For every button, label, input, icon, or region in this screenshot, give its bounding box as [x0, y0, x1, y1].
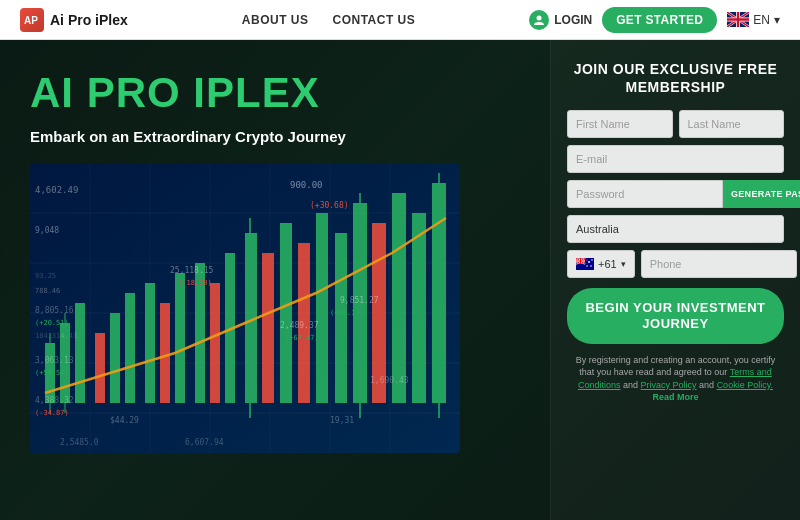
phone-prefix-selector[interactable]: +61 ▾ [567, 250, 635, 278]
svg-text:184,314.43: 184,314.43 [35, 332, 77, 340]
svg-text:9,851.27: 9,851.27 [340, 296, 379, 305]
email-input[interactable] [567, 145, 784, 173]
svg-text:93.25: 93.25 [35, 272, 56, 280]
svg-point-1 [537, 15, 542, 20]
svg-text:(-18.70): (-18.70) [178, 279, 212, 287]
svg-text:(+29.17): (+29.17) [330, 309, 364, 317]
logo[interactable]: AP Ai Pro iPlex [20, 8, 128, 32]
svg-rect-45 [432, 183, 446, 403]
svg-text:6,607.94: 6,607.94 [185, 438, 224, 447]
logo-icon: AP [20, 8, 44, 32]
svg-point-90 [588, 261, 590, 263]
svg-text:4,388.32: 4,388.32 [35, 396, 74, 405]
svg-rect-28 [125, 293, 135, 403]
svg-text:900.00: 900.00 [290, 180, 323, 190]
svg-text:19,31: 19,31 [330, 416, 354, 425]
svg-text:(+67.47): (+67.47) [285, 334, 319, 342]
svg-rect-33 [210, 283, 220, 403]
cookie-link[interactable]: Cookie Policy. [717, 380, 773, 390]
generate-passwords-button[interactable]: GENERATE PASSWORDS [723, 180, 800, 208]
svg-text:2,5485.0: 2,5485.0 [60, 438, 99, 447]
navbar: AP Ai Pro iPlex ABOUT US CONTACT US LOGI… [0, 0, 800, 40]
svg-text:788.46: 788.46 [35, 287, 60, 295]
svg-rect-30 [160, 303, 170, 403]
chevron-down-icon: ▾ [621, 259, 626, 269]
last-name-input[interactable] [679, 110, 785, 138]
svg-text:25,118.15: 25,118.15 [170, 266, 214, 275]
svg-rect-36 [262, 253, 274, 403]
svg-rect-37 [280, 223, 292, 403]
password-row: GENERATE PASSWORDS [567, 180, 784, 208]
svg-rect-31 [175, 273, 185, 403]
svg-rect-40 [335, 233, 347, 403]
svg-text:(+30.68): (+30.68) [310, 201, 349, 210]
navbar-right: LOGIN GET STARTED EN ▾ [529, 7, 780, 33]
phone-row: +61 ▾ [567, 250, 784, 278]
svg-rect-44 [412, 213, 426, 403]
nav-contact-us[interactable]: CONTACT US [332, 13, 415, 27]
main-content: AI PRO IPLEX Embark on an Extraordinary … [0, 40, 800, 520]
svg-text:(+20.51): (+20.51) [35, 319, 69, 327]
password-input[interactable] [567, 180, 723, 208]
lang-label: EN [753, 13, 770, 27]
name-row [567, 110, 784, 138]
svg-text:(-34.87): (-34.87) [35, 409, 69, 417]
email-group [567, 145, 784, 173]
read-more-link[interactable]: Read More [652, 392, 698, 402]
svg-rect-43 [392, 193, 406, 403]
form-title: JOIN OUR EXCLUSIVE FREE MEMBERSHIP [567, 60, 784, 96]
logo-text: Ai Pro iPlex [50, 12, 128, 28]
submit-button[interactable]: BEGIN YOUR INVESTMENT JOURNEY [567, 288, 784, 343]
registration-form: JOIN OUR EXCLUSIVE FREE MEMBERSHIP GENER… [550, 40, 800, 520]
login-icon [529, 10, 549, 30]
australia-flag-icon [576, 258, 594, 270]
svg-rect-25 [75, 303, 85, 403]
hero-title: AI PRO IPLEX [30, 70, 530, 116]
svg-text:1,690.43: 1,690.43 [370, 376, 409, 385]
svg-point-93 [586, 266, 588, 268]
phone-input[interactable] [641, 250, 797, 278]
country-group [567, 215, 784, 243]
login-label: LOGIN [554, 13, 592, 27]
svg-text:2,489.37: 2,489.37 [280, 321, 319, 330]
country-input[interactable] [567, 215, 784, 243]
hero-subtitle: Embark on an Extraordinary Crypto Journe… [30, 128, 530, 145]
svg-point-92 [590, 266, 592, 268]
svg-text:4,602.49: 4,602.49 [35, 185, 78, 195]
nav-links: ABOUT US CONTACT US [242, 13, 415, 27]
svg-rect-26 [95, 333, 105, 403]
flag-icon [727, 12, 749, 27]
svg-rect-29 [145, 283, 155, 403]
svg-text:3,063.13: 3,063.13 [35, 356, 74, 365]
disclaimer-text: By registering and creating an account, … [567, 354, 784, 404]
privacy-link[interactable]: Privacy Policy [641, 380, 697, 390]
language-selector[interactable]: EN ▾ [727, 12, 780, 27]
svg-text:$44.29: $44.29 [110, 416, 139, 425]
nav-about-us[interactable]: ABOUT US [242, 13, 309, 27]
phone-code-label: +61 [598, 258, 617, 270]
first-name-input[interactable] [567, 110, 673, 138]
svg-rect-27 [110, 313, 120, 403]
svg-text:8,805.16: 8,805.16 [35, 306, 74, 315]
svg-point-91 [591, 260, 593, 262]
svg-text:9,048: 9,048 [35, 226, 59, 235]
svg-point-94 [587, 260, 588, 261]
svg-rect-39 [316, 213, 328, 403]
svg-text:(+59.54): (+59.54) [35, 369, 69, 377]
hero-image: 4,602.49 9,048 900.00 (+30.68) 25,118.15… [30, 163, 460, 453]
hero-section: AI PRO IPLEX Embark on an Extraordinary … [0, 40, 550, 520]
svg-text:AP: AP [24, 15, 38, 26]
login-button[interactable]: LOGIN [529, 10, 592, 30]
chart-visual: 4,602.49 9,048 900.00 (+30.68) 25,118.15… [30, 163, 460, 453]
chevron-down-icon: ▾ [774, 13, 780, 27]
get-started-button[interactable]: GET STARTED [602, 7, 717, 33]
